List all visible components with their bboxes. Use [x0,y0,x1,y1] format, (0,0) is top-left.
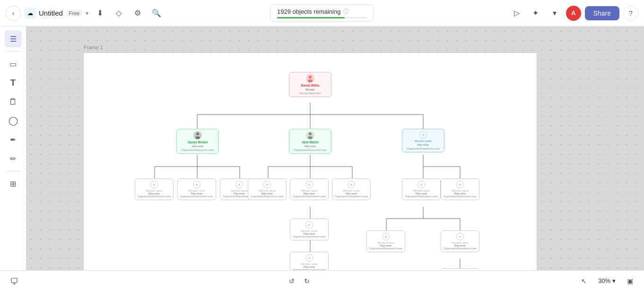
pointer-button[interactable]: ↖ [577,274,591,288]
left-sidebar: ☰ ▭ T 🗒 ◯ ✒ ✏ ⊞ [0,26,26,270]
main-area: ☰ ▭ T 🗒 ◯ ✒ ✏ ⊞ Frame 1 [0,26,644,270]
objects-counter: 1929 objects remaining ⓘ [270,4,374,22]
zoom-chevron-icon: ▾ [612,277,616,284]
sidebar-divider-2 [6,171,21,171]
topbar: ‹ ☁ Untitled Free ▾ ⬇ ◇ ⚙ 🔍 1929 objects… [0,0,644,26]
logo-icon: ☁ [25,8,36,19]
progress-bar [277,17,367,18]
play-icon: ▷ [514,9,520,18]
objects-remaining-text: 1929 objects remaining [277,8,340,15]
more-button[interactable]: ▾ [547,6,562,21]
node-rb-child-2[interactable]: + Member name Role name Organization/Dep… [441,178,479,200]
frame-tool[interactable]: ▭ [5,55,22,72]
node-jm-child-1[interactable]: + Member name Role name Organization/Dep… [248,178,287,200]
download-button[interactable]: ⬇ [92,6,107,21]
settings-icon: ⚙ [134,9,141,18]
node-jane-martin[interactable]: Jane Martin Role name Organization/Depar… [289,129,331,154]
share-button[interactable]: Share [585,6,619,20]
node-jm-gc1[interactable]: + Member name Role name Organization/Dep… [290,219,329,240]
help-button[interactable]: ? [623,6,638,21]
pointer-icon: ↖ [581,277,587,285]
free-badge: Free [66,10,83,17]
project-chevron-icon[interactable]: ▾ [86,10,88,17]
pen-tool[interactable]: ✒ [5,131,22,148]
node-rb-gc2[interactable]: + Member name Role name Organization/Dep… [441,230,479,252]
avatar-button[interactable]: A [566,6,581,21]
search-icon: 🔍 [152,9,161,18]
svg-point-27 [308,79,313,82]
draw-tool[interactable]: ✏ [5,150,22,167]
node-jb-child-1[interactable]: + Member name Role name Organization/Dep… [135,178,174,200]
back-button[interactable]: ‹ [6,6,21,21]
node-rb-child-1[interactable]: + Member name Role name Organization/Dep… [402,178,441,200]
sticky-tool[interactable]: 🗒 [5,93,22,110]
presentation-button[interactable] [8,274,21,288]
tag-button[interactable]: ◇ [111,6,126,21]
svg-point-29 [195,136,200,139]
sidebar-divider-1 [6,51,21,52]
node-james-brown[interactable]: James Brown Role name Organization/Depar… [176,129,219,154]
node-rb-ggc1[interactable]: + Member name Role name Organization/Dep… [441,268,479,270]
shape-tool[interactable]: ◯ [5,112,22,129]
project-name: Untitled [39,9,63,17]
search-button[interactable]: 🔍 [149,6,164,21]
topbar-left: ‹ ☁ Untitled Free ▾ ⬇ ◇ ⚙ 🔍 [6,6,214,21]
frame-container: Frame 1 [83,53,537,270]
redo-icon: ↻ [304,277,310,285]
map-icon: ▣ [627,277,633,285]
download-icon: ⬇ [97,9,103,18]
layers-tool[interactable]: ☰ [5,30,22,47]
progress-bar-fill [277,17,345,18]
node-jm-child-3[interactable]: + Member name Role name Organization/Dep… [332,178,371,200]
settings-button[interactable]: ⚙ [130,6,145,21]
node-jm-child-2[interactable]: + Member name Role name Organization/Dep… [290,178,329,200]
present-icon: ✦ [532,9,539,18]
map-button[interactable]: ▣ [623,274,636,288]
redo-button[interactable]: ↻ [300,274,313,288]
node-member-right[interactable]: + Member name Role name Organization/Dep… [402,129,444,152]
zoom-display[interactable]: 30% ▾ [594,276,619,286]
svg-point-31 [308,136,313,139]
bottom-center: ↺ ↻ [285,274,313,288]
presentation-icon [10,277,18,285]
svg-point-30 [309,132,312,135]
svg-rect-32 [11,278,17,282]
more-icon: ▾ [553,9,557,18]
undo-button[interactable]: ↺ [285,274,298,288]
zoom-level-text: 30% [598,277,610,284]
node-jb-child-2[interactable]: + Member name Role name Organization/Dep… [177,178,216,200]
text-tool[interactable]: T [5,74,22,91]
frame-label: Frame 1 [84,44,103,50]
component-tool[interactable]: ⊞ [5,175,22,192]
topbar-right: ▷ ✦ ▾ A Share ? [430,6,638,21]
node-jm-gc2[interactable]: + Member name Role name Organization/Dep… [290,252,329,270]
svg-point-28 [196,132,199,135]
svg-point-26 [309,76,312,79]
undo-icon: ↺ [289,277,295,285]
cloud-icon: ☁ [27,10,33,17]
tag-icon: ◇ [116,9,122,18]
node-rb-gc1[interactable]: + Member name Role name Organization/Dep… [366,230,405,252]
node-david-willis[interactable]: David Willis Manager Security Department [289,72,331,97]
bottom-bar: ↺ ↻ ↖ 30% ▾ ▣ [0,270,644,291]
canvas-area[interactable]: Frame 1 [26,26,644,270]
info-icon[interactable]: ⓘ [343,8,349,16]
bottom-right: ↖ 30% ▾ ▣ [577,274,636,288]
present-button[interactable]: ✦ [528,6,543,21]
play-button[interactable]: ▷ [509,6,524,21]
bottom-left [8,274,21,288]
topbar-center: 1929 objects remaining ⓘ [218,4,426,22]
logo-area[interactable]: ☁ Untitled Free ▾ [25,8,88,19]
